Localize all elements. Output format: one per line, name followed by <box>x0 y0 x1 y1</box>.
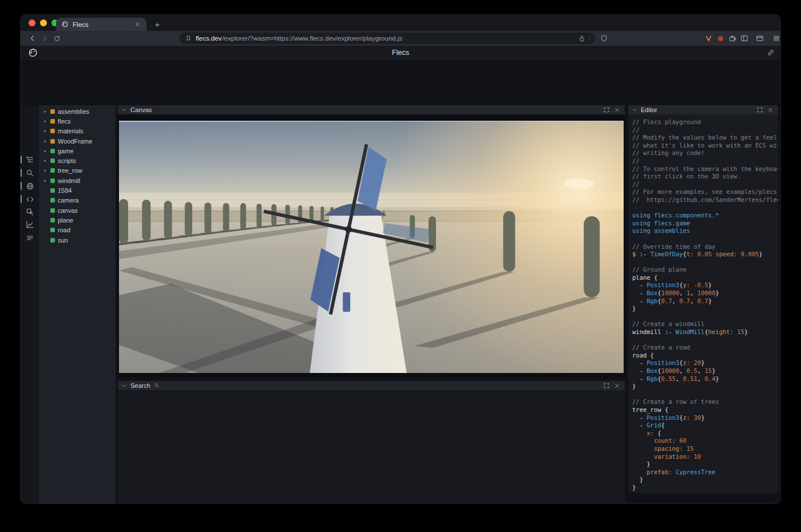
close-icon[interactable] <box>613 106 621 114</box>
tree-item-canvas[interactable]: canvas <box>39 205 116 215</box>
canvas-panel: Canvas <box>118 105 625 378</box>
extension-badge-icon[interactable] <box>715 33 725 43</box>
query-search-icon[interactable] <box>23 166 36 179</box>
tree-item-label: tree_row <box>58 167 82 174</box>
tree-item-WoodFrame[interactable]: ▸WoodFrame <box>39 136 116 146</box>
back-button[interactable] <box>27 33 38 43</box>
code-line: } <box>632 460 778 469</box>
tree-item-plane[interactable]: plane <box>39 215 116 225</box>
code-line: } <box>632 305 778 313</box>
bookmark-icon[interactable] <box>185 35 192 42</box>
close-button[interactable] <box>29 19 35 26</box>
code-line: // To control the camera with the keyboa… <box>632 165 778 173</box>
outliner-icon[interactable] <box>23 153 36 166</box>
stats-chart-icon[interactable] <box>23 218 36 231</box>
expand-arrow-icon[interactable]: ▸ <box>43 129 47 133</box>
code-line: - Position3{y: -0.5} <box>632 281 778 289</box>
chevron-down-icon[interactable] <box>632 108 637 113</box>
close-icon[interactable] <box>613 382 621 390</box>
tree-item-tree_row[interactable]: ▸tree_row <box>39 166 116 176</box>
code-line: prefab: CypressTree <box>632 469 778 477</box>
scene-globe-icon[interactable] <box>23 180 36 192</box>
minimize-button[interactable] <box>40 19 47 26</box>
code-line: tree_row { <box>632 406 778 414</box>
fullscreen-icon[interactable] <box>756 106 763 114</box>
code-line: - Rgb{0.55, 0.51, 0.4} <box>632 375 778 383</box>
tree-item-scripts[interactable]: ▸scripts <box>39 156 116 165</box>
code-line: // what it's like to work with an ECS wi… <box>632 142 778 150</box>
code-line: // For more examples, see examples/plecs… <box>632 188 778 196</box>
url-host: flecs.dev <box>196 35 221 42</box>
tree-item-label: materials <box>58 128 84 134</box>
tree-item-label: WoodFrame <box>58 138 92 145</box>
code-line <box>632 259 778 267</box>
code-line: // <box>632 157 778 165</box>
code-line: // <box>632 181 778 189</box>
wallet-icon[interactable] <box>755 33 765 43</box>
tree-item-label: camera <box>58 197 79 204</box>
tab-close-icon[interactable] <box>133 21 141 29</box>
3d-scene <box>119 121 624 373</box>
url-bar[interactable]: flecs.dev/explorer/?wasm=https://www.fle… <box>180 33 596 44</box>
editor-panel-title: Editor <box>641 106 657 113</box>
tree-item-flecs[interactable]: ▸flecs <box>39 116 116 126</box>
expand-arrow-icon[interactable]: ▸ <box>43 149 47 153</box>
flecs-favicon <box>61 21 69 28</box>
reload-button[interactable] <box>51 33 62 43</box>
code-area[interactable]: // Flecs playground//// Modify the value… <box>628 114 778 493</box>
menu-icon[interactable] <box>771 33 781 43</box>
logs-icon[interactable] <box>23 232 36 244</box>
tree-item-game[interactable]: ▸game <box>39 146 116 156</box>
tree-item-1584[interactable]: 1584 <box>39 185 116 195</box>
expand-arrow-icon[interactable]: ▸ <box>43 119 47 124</box>
vpn-icon[interactable] <box>703 33 713 43</box>
fullscreen-icon[interactable] <box>602 382 610 390</box>
code-line <box>632 313 778 321</box>
code-editor-icon[interactable] <box>23 193 36 205</box>
expand-arrow-icon[interactable]: ▸ <box>43 168 47 173</box>
code-line: } <box>632 383 778 391</box>
code-line: - Position3{z: 30} <box>632 414 778 422</box>
entity-kind-swatch <box>50 119 55 124</box>
fullscreen-icon[interactable] <box>602 106 610 114</box>
shield-icon[interactable] <box>598 33 609 43</box>
extensions-puzzle-icon[interactable] <box>727 33 737 43</box>
tree-item-materials[interactable]: ▸materials <box>39 126 116 136</box>
expand-arrow-icon[interactable]: ▸ <box>43 158 47 163</box>
editor-panel: Editor // Flecs playground//// Modify th… <box>628 105 778 493</box>
code-line: variation: 10 <box>632 453 778 461</box>
inspector-icon[interactable] <box>23 205 36 218</box>
chevron-down-icon[interactable] <box>122 108 127 113</box>
sidebar-toggle-icon[interactable] <box>739 33 750 43</box>
code-line <box>632 336 778 344</box>
canvas-panel-title: Canvas <box>130 106 152 113</box>
main-content: ▸assemblies▸flecs▸materials▸WoodFrame▸ga… <box>21 60 780 503</box>
code-line <box>632 391 778 399</box>
tree-item-label: flecs <box>58 118 71 125</box>
code-line: // Create a row of trees <box>632 398 778 406</box>
tree-item-sun[interactable]: sun <box>39 235 116 245</box>
link-icon[interactable] <box>767 49 775 57</box>
browser-tab[interactable]: Flecs <box>56 18 146 31</box>
active-indicator <box>21 156 22 164</box>
tree-item-label: canvas <box>58 207 78 214</box>
expand-arrow-icon[interactable]: ▸ <box>43 139 47 144</box>
tree-item-label: 1584 <box>58 187 72 194</box>
expand-arrow-icon[interactable]: ▸ <box>43 109 47 114</box>
close-icon[interactable] <box>767 106 774 114</box>
navigation-bar: flecs.dev/explorer/?wasm=https://www.fle… <box>21 31 780 46</box>
forward-button[interactable] <box>39 33 50 43</box>
chevron-down-icon[interactable] <box>122 383 127 388</box>
expand-arrow-icon[interactable]: ▸ <box>43 178 47 183</box>
search-panel-title: Search <box>130 382 150 389</box>
tree-item-road[interactable]: road <box>39 225 116 235</box>
tree-item-assemblies[interactable]: ▸assemblies <box>39 106 116 116</box>
window-controls <box>29 19 58 26</box>
entity-kind-swatch <box>50 158 55 163</box>
share-icon[interactable] <box>578 35 585 42</box>
tab-strip: Flecs + <box>21 15 780 31</box>
tree-item-windmill[interactable]: ▸windmill <box>39 176 116 185</box>
tree-item-camera[interactable]: camera <box>39 196 116 205</box>
canvas-3d-view[interactable] <box>118 114 625 378</box>
new-tab-button[interactable]: + <box>152 19 162 29</box>
